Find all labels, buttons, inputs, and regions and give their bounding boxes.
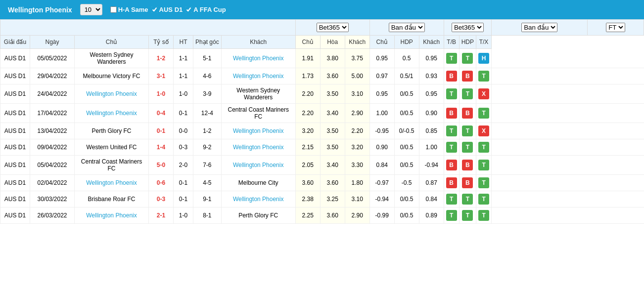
ban-dau-2-cell: Ban đầu [492, 20, 588, 36]
ha-same-label[interactable]: H-A Same [110, 6, 148, 13]
col-giai-header: Giải đấu [0, 36, 30, 49]
column-header-row: Giải đấu Ngày Chủ Tỷ số HT Phạt góc Khác… [0, 36, 644, 49]
table-row: AUS D105/05/2022Western Sydney Wanderers… [0, 49, 644, 68]
affa-cup-label[interactable]: A FFA Cup [185, 6, 226, 13]
col-phat-goc-header: Phạt góc [193, 36, 222, 49]
filter-row: Bet365 Ban đầu Bet365 Ban đầu [0, 20, 644, 36]
table-row: AUS D130/03/2022Brisbane Roar FC0-30-19-… [0, 191, 644, 208]
badge[interactable]: X [478, 88, 489, 99]
ft-select[interactable]: FT [606, 23, 625, 32]
bet365-2-cell: Bet365 [444, 20, 491, 36]
ban-dau-2-select[interactable]: Ban đầu [521, 23, 557, 32]
header-bar: Wellington Phoenix 10 5 15 20 25 30 H-A … [0, 0, 644, 19]
ban-dau-1-cell: Ban đầu [369, 20, 444, 36]
badge[interactable]: T [462, 125, 473, 136]
badge[interactable]: B [446, 177, 457, 188]
badge[interactable]: T [478, 142, 489, 153]
table-row: AUS D105/04/2022Central Coast Mariners F… [0, 156, 644, 175]
badge[interactable]: T [478, 160, 489, 170]
badge[interactable]: T [462, 142, 473, 153]
badge[interactable]: T [446, 88, 457, 99]
col-tx-header: T/X [476, 36, 492, 49]
filter-spacer-left [0, 20, 296, 36]
badge[interactable]: B [446, 160, 457, 170]
badge[interactable]: T [446, 125, 457, 136]
main-table: Bet365 Ban đầu Bet365 Ban đầu [0, 19, 644, 224]
affa-cup-checkbox[interactable] [185, 6, 192, 13]
table-row: AUS D113/04/2022Perth Glory FC0-10-01-2W… [0, 123, 644, 139]
table-row: AUS D109/04/2022Western United FC1-40-39… [0, 139, 644, 156]
team-label: Wellington Phoenix [8, 6, 72, 14]
bet365-1-select[interactable]: Bet365 [317, 23, 349, 32]
badge[interactable]: T [478, 194, 489, 205]
col-hdp-header: HDP [394, 36, 419, 49]
bet365-2-select[interactable]: Bet365 [452, 23, 484, 32]
ausd1-checkbox[interactable] [151, 6, 158, 13]
table-row: AUS D126/03/2022Wellington Phoenix2-11-0… [0, 208, 644, 224]
table-row: AUS D102/04/2022Wellington Phoenix0-60-1… [0, 175, 644, 191]
col-chu-hdp-header: Chủ [369, 36, 394, 49]
badge[interactable]: T [446, 53, 457, 64]
col-ty-so-header: Tỷ số [149, 36, 174, 49]
table-body: AUS D105/05/2022Western Sydney Wanderers… [0, 49, 644, 224]
badge[interactable]: B [446, 71, 457, 82]
col-khach-odds-header: Khách [345, 36, 369, 49]
col-tb-header: T/B [444, 36, 459, 49]
ausd1-label[interactable]: AUS D1 [151, 6, 183, 13]
col-chu-header: Chủ [75, 36, 149, 49]
badge[interactable]: B [462, 108, 473, 119]
badge[interactable]: B [462, 71, 473, 82]
col-hdp2-header: HDP [459, 36, 476, 49]
col-chu-odds-header: Chủ [295, 36, 320, 49]
badge[interactable]: T [478, 108, 489, 119]
badge[interactable]: H [478, 53, 489, 64]
ft-cell: FT [588, 20, 644, 36]
col-khach-header: Khách [221, 36, 295, 49]
bet365-1-cell: Bet365 [295, 20, 369, 36]
table-row: AUS D129/04/2022Melbourne Victory FC3-11… [0, 68, 644, 84]
col-ht-header: HT [174, 36, 193, 49]
badge[interactable]: T [462, 194, 473, 205]
badge[interactable]: T [462, 88, 473, 99]
badge[interactable]: X [478, 125, 489, 136]
ban-dau-1-select[interactable]: Ban đầu [389, 23, 425, 32]
badge[interactable]: T [462, 53, 473, 64]
col-hoa-header: Hòa [320, 36, 345, 49]
badge[interactable]: T [446, 210, 457, 221]
badge[interactable]: B [462, 160, 473, 170]
table-row: AUS D124/04/2022Wellington Phoenix1-01-0… [0, 84, 644, 104]
badge[interactable]: B [462, 177, 473, 188]
ha-same-checkbox[interactable] [110, 6, 117, 13]
badge[interactable]: T [478, 71, 489, 82]
count-select[interactable]: 10 5 15 20 25 30 [80, 4, 102, 15]
filter-checkboxes: H-A Same AUS D1 A FFA Cup [110, 6, 226, 13]
badge[interactable]: T [446, 194, 457, 205]
badge[interactable]: T [478, 177, 489, 188]
table-row: AUS D117/04/2022Wellington Phoenix0-40-1… [0, 104, 644, 123]
badge[interactable]: T [446, 142, 457, 153]
badge[interactable]: T [478, 210, 489, 221]
badge[interactable]: B [446, 108, 457, 119]
col-khach-hdp-header: Khách [419, 36, 444, 49]
badge[interactable]: T [462, 210, 473, 221]
col-ngay-header: Ngày [30, 36, 75, 49]
